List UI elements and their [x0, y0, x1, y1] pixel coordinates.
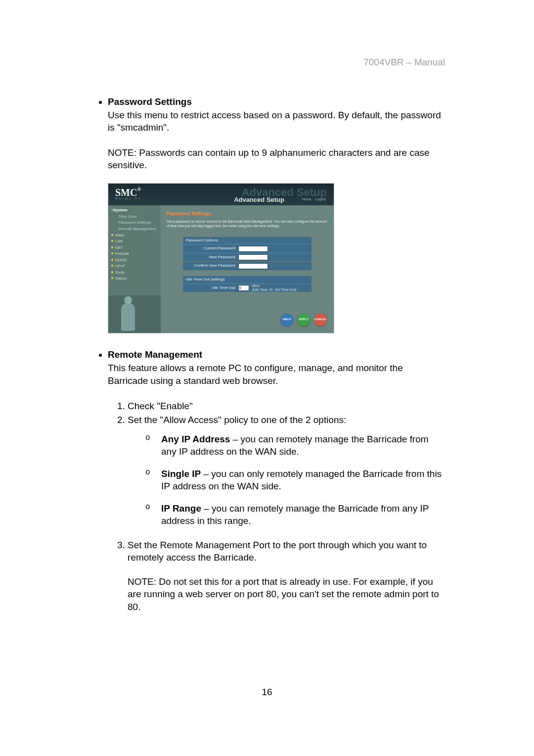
sidebar-item-system[interactable]: System: [111, 207, 161, 214]
help-button[interactable]: HELP: [280, 313, 293, 326]
router-screenshot: SMC® N e t w o r k s Advanced Setup Adva…: [108, 183, 334, 333]
home-link[interactable]: Home: [302, 197, 312, 201]
screenshot-sidebar: System Time Zone Password Settings Remot…: [108, 205, 161, 333]
sidebar-item-wan[interactable]: WAN: [111, 233, 161, 239]
option-single-ip: Single IP – you can only remotely manage…: [150, 468, 445, 492]
password-settings-note: NOTE: Passwords can contain up to 9 alph…: [108, 146, 445, 171]
sidebar-item-upnp[interactable]: UPnP: [111, 263, 161, 270]
step-3-note: NOTE: Do not set this for a port that is…: [128, 575, 445, 613]
apply-button[interactable]: APPLY: [297, 313, 310, 326]
sidebar-item-ddns[interactable]: DDNS: [111, 257, 161, 264]
sidebar-item-remote-management[interactable]: Remote Management: [111, 226, 161, 233]
step-2: Set the "Allow Access" policy to one of …: [128, 414, 445, 527]
sidebar-item-timezone[interactable]: Time Zone: [111, 214, 161, 220]
main-description: Set a password to secure access to the B…: [167, 219, 328, 228]
step-1: Check "Enable": [128, 400, 445, 412]
main-title: Password Settings: [167, 210, 328, 217]
idle-timeout-unit: Mins: [252, 284, 297, 288]
current-password-label: Current Password: [183, 244, 238, 253]
sidebar-item-lan[interactable]: LAN: [111, 238, 161, 245]
remote-management-title: Remote Management: [108, 349, 202, 360]
doc-header: 7004VBR – Manual: [363, 57, 445, 68]
sidebar-item-password-settings[interactable]: Password Settings: [111, 220, 161, 226]
new-password-label: New Password: [183, 253, 238, 262]
current-password-input[interactable]: [238, 246, 268, 252]
idle-timeout-input[interactable]: 0: [238, 285, 249, 291]
header-title: Advanced Setup: [234, 195, 284, 204]
new-password-input[interactable]: [238, 254, 268, 260]
header-links: Home Logout: [299, 197, 326, 201]
option-ip-range: IP Range – you can remotely manage the B…: [150, 502, 445, 527]
smc-logo-subtitle: N e t w o r k s: [115, 197, 141, 201]
idle-timeout-header: Idle Time Out Settings: [183, 276, 312, 284]
screenshot-main: Password Settings Set a password to secu…: [161, 205, 334, 333]
step-3: Set the Remote Management Port to the po…: [128, 539, 445, 613]
idle-timeout-label: Idle Time Out: [183, 284, 238, 292]
idle-timeout-note: (Idle Time =0 : NO Time Out): [252, 288, 297, 292]
remote-management-para: This feature allows a remote PC to confi…: [108, 362, 445, 386]
confirm-password-input[interactable]: [238, 263, 268, 269]
page-number: 16: [0, 687, 534, 698]
sidebar-item-tools[interactable]: Tools: [111, 270, 161, 276]
password-settings-title: Password Settings: [108, 96, 192, 107]
sidebar-item-firewall[interactable]: Firewall: [111, 251, 161, 257]
option-any-ip: Any IP Address – you can remotely manage…: [150, 433, 445, 458]
logout-link[interactable]: Logout: [315, 197, 326, 201]
password-settings-para: Use this menu to restrict access based o…: [108, 109, 445, 134]
sidebar-item-nat[interactable]: NAT: [111, 245, 161, 251]
page-content: Password Settings Use this menu to restr…: [89, 95, 445, 613]
sidebar-item-status[interactable]: Status: [111, 276, 161, 282]
cancel-button[interactable]: CANCEL: [314, 313, 327, 326]
password-options-header: Password Options: [183, 237, 312, 244]
confirm-password-label: Confirm New Password: [183, 262, 238, 270]
sidebar-figure-image: [108, 295, 161, 333]
screenshot-header: SMC® N e t w o r k s Advanced Setup Adva…: [108, 184, 334, 206]
